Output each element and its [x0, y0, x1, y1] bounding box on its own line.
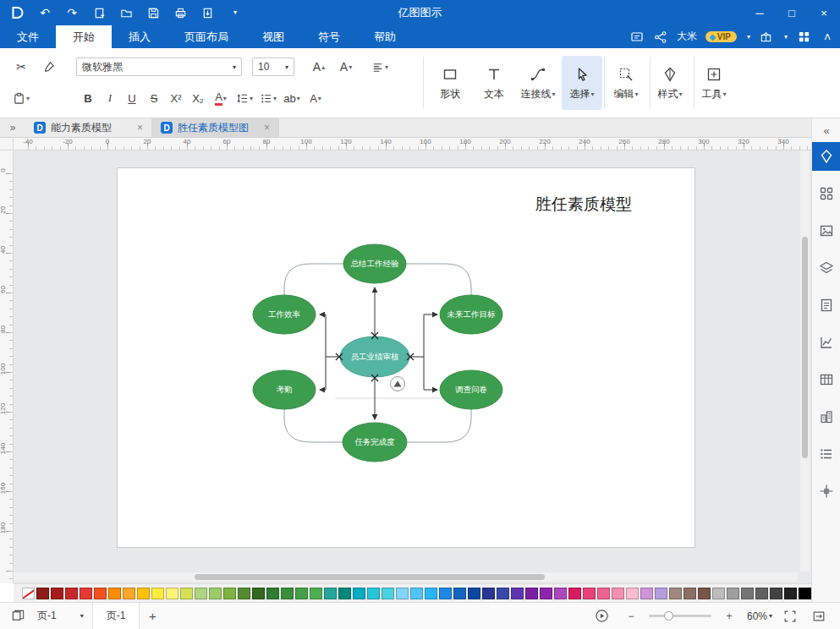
maximize-button[interactable]: □ [776, 0, 808, 25]
fit-page-button[interactable] [779, 605, 801, 627]
more-commands-button[interactable]: ▾ [227, 5, 242, 20]
color-swatch[interactable] [223, 588, 236, 599]
color-swatch[interactable] [755, 588, 768, 599]
color-swatch[interactable] [353, 588, 365, 599]
tab-close-icon[interactable]: × [264, 122, 270, 134]
color-swatch[interactable] [180, 588, 193, 599]
color-swatch[interactable] [626, 588, 639, 599]
zoom-in-button[interactable]: + [718, 605, 740, 627]
strikethrough-button[interactable]: S [144, 88, 164, 108]
no-color-swatch[interactable] [22, 588, 35, 599]
color-swatch[interactable] [151, 588, 164, 599]
color-swatch[interactable] [597, 588, 610, 599]
color-swatch[interactable] [655, 588, 667, 599]
edit-tool-button[interactable]: 编辑▾ [606, 56, 646, 110]
vertical-scrollbar[interactable] [800, 150, 810, 572]
color-swatch[interactable] [612, 588, 624, 599]
color-swatch[interactable] [511, 588, 524, 599]
color-swatch[interactable] [568, 588, 581, 599]
shapes-tool-button[interactable]: 形状 [430, 56, 470, 110]
share-button[interactable] [653, 30, 668, 45]
menu-home[interactable]: 开始 [56, 25, 112, 48]
caret-down-icon[interactable]: ▾ [747, 33, 750, 41]
font-family-select[interactable]: 微软雅黑 ▾ [76, 57, 242, 76]
color-swatch[interactable] [770, 588, 782, 599]
italic-button[interactable]: I [100, 88, 120, 108]
decrease-font-button[interactable]: A▾ [335, 57, 357, 77]
page-view-button[interactable] [7, 605, 29, 627]
text-style-button[interactable]: A▾ [305, 88, 327, 108]
page-selector[interactable]: 页-1 ▾ [29, 603, 92, 629]
color-swatch[interactable] [367, 588, 380, 599]
color-swatch[interactable] [166, 588, 178, 599]
paste-button[interactable]: ▾ [10, 88, 32, 108]
color-swatch[interactable] [324, 588, 337, 599]
color-swatch[interactable] [310, 588, 322, 599]
apps-grid-button[interactable] [796, 30, 811, 45]
sidebar-item-format[interactable] [812, 142, 840, 171]
color-swatch[interactable] [439, 588, 452, 599]
bold-button[interactable]: B [78, 88, 98, 108]
menu-insert[interactable]: 插入 [112, 25, 167, 48]
caret-down-icon[interactable]: ▾ [784, 33, 788, 41]
sidebar-item-table[interactable] [812, 365, 840, 394]
increase-font-button[interactable]: A▴ [308, 57, 330, 77]
color-swatch[interactable] [583, 588, 596, 599]
font-color-button[interactable]: A▾ [210, 88, 232, 108]
zoom-out-button[interactable]: − [620, 605, 642, 627]
fullscreen-button[interactable] [808, 605, 830, 627]
username[interactable]: 大米 [677, 30, 697, 44]
color-swatch[interactable] [396, 588, 409, 599]
zoom-slider[interactable] [649, 615, 711, 617]
drawing-canvas[interactable]: 胜任素质模型 [14, 150, 811, 583]
color-swatch[interactable] [684, 588, 696, 599]
sidebar-item-symbols[interactable] [812, 179, 840, 208]
connector-tool-button[interactable]: 连接线▾ [518, 56, 558, 110]
color-swatch[interactable] [65, 588, 78, 599]
menu-view[interactable]: 视图 [245, 25, 301, 48]
superscript-button[interactable]: X² [166, 88, 186, 108]
color-swatch[interactable] [108, 588, 121, 599]
tabs-expander-button[interactable]: » [0, 118, 25, 137]
color-swatch[interactable] [799, 588, 811, 599]
menu-help[interactable]: 帮助 [357, 25, 413, 48]
gift-button[interactable] [759, 30, 774, 45]
tools-button[interactable]: 工具▾ [694, 56, 734, 110]
color-swatch[interactable] [209, 588, 222, 599]
sidebar-item-chart[interactable] [812, 328, 840, 357]
color-swatch[interactable] [410, 588, 423, 599]
color-swatch[interactable] [137, 588, 150, 599]
undo-button[interactable]: ↶ [37, 5, 52, 20]
subscript-button[interactable]: X₂ [188, 88, 208, 108]
color-swatch[interactable] [741, 588, 754, 599]
color-swatch[interactable] [727, 588, 739, 599]
sidebar-item-outline[interactable] [812, 440, 840, 468]
collapse-ribbon-button[interactable]: ˄ [820, 30, 835, 45]
underline-button[interactable]: U [122, 88, 142, 108]
color-swatch[interactable] [497, 588, 509, 599]
select-tool-button[interactable]: 选择▾ [562, 56, 602, 110]
sidebar-item-center-view[interactable] [812, 477, 840, 506]
color-swatch[interactable] [525, 588, 538, 599]
zoom-level[interactable]: 60% ▾ [747, 610, 772, 622]
horizontal-scrollbar[interactable] [14, 572, 798, 582]
color-swatch[interactable] [482, 588, 495, 599]
sidebar-item-layers[interactable] [812, 254, 840, 282]
color-swatch[interactable] [540, 588, 552, 599]
color-swatch[interactable] [425, 588, 437, 599]
doc-tab-2[interactable]: D 胜任素质模型图 × [152, 118, 279, 137]
sidebar-item-note[interactable] [812, 291, 840, 320]
color-swatch[interactable] [382, 588, 394, 599]
color-swatch[interactable] [669, 588, 682, 599]
color-swatch[interactable] [266, 588, 279, 599]
style-tool-button[interactable]: 样式▾ [650, 56, 690, 110]
color-swatch[interactable] [698, 588, 711, 599]
page[interactable]: 胜任素质模型 [117, 167, 695, 548]
color-swatch[interactable] [712, 588, 725, 599]
redo-button[interactable]: ↷ [64, 5, 80, 20]
color-swatch[interactable] [468, 588, 480, 599]
color-swatch[interactable] [51, 588, 63, 599]
menu-file[interactable]: 文件 [0, 25, 56, 48]
bullet-list-button[interactable]: ▾ [257, 88, 279, 108]
color-swatch[interactable] [252, 588, 265, 599]
